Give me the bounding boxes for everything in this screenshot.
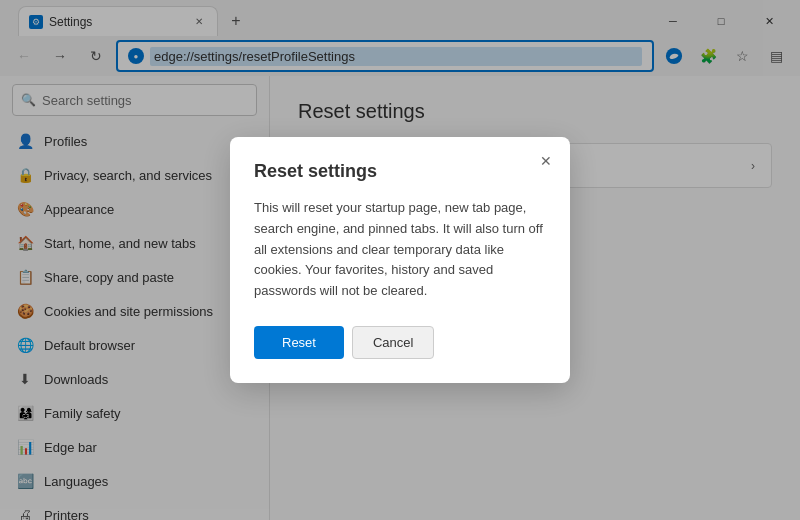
dialog-title: Reset settings <box>254 161 546 182</box>
dialog-overlay[interactable]: ✕ Reset settings This will reset your st… <box>0 0 800 520</box>
dialog-close-button[interactable]: ✕ <box>534 149 558 173</box>
dialog-body: This will reset your startup page, new t… <box>254 198 546 302</box>
cancel-button[interactable]: Cancel <box>352 326 434 359</box>
dialog-actions: Reset Cancel <box>254 326 546 359</box>
reset-dialog: ✕ Reset settings This will reset your st… <box>230 137 570 383</box>
reset-confirm-button[interactable]: Reset <box>254 326 344 359</box>
